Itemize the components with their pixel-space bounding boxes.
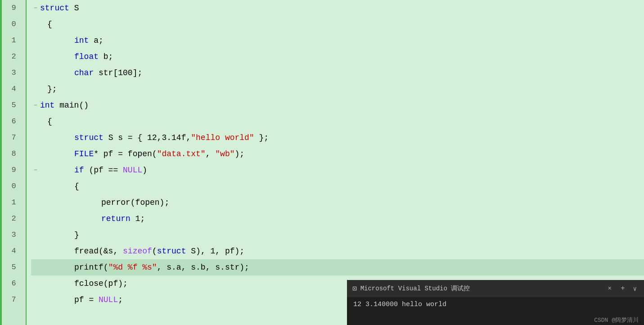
str-hello-world: "hello world": [191, 130, 254, 146]
plain-S2: S s = { 12,3.14f,: [108, 130, 191, 146]
fold-gutter-1[interactable]: −: [31, 0, 40, 16]
plain-close-struct: };: [47, 81, 57, 97]
terminal-close-button[interactable]: ×: [605, 284, 614, 293]
str-printf-fmt: "%d %f %s": [108, 259, 157, 275]
terminal-plus-button[interactable]: +: [618, 284, 628, 293]
plain-fclose: fclose(pf);: [74, 275, 128, 292]
line-num-1b: 1: [2, 194, 26, 211]
plain-close-if: }: [74, 227, 79, 243]
plain-b: b;: [99, 49, 113, 65]
line-num-4b: 4: [2, 243, 26, 259]
kw2-null: NULL: [123, 162, 142, 178]
terminal-attribution: CSDN @阔梦清川: [594, 316, 639, 324]
plain-a: a;: [89, 32, 103, 49]
kw-if: if: [74, 162, 84, 178]
line-num-8: 8: [2, 146, 26, 162]
kw-return: return: [101, 211, 131, 227]
kw2-sizeof: sizeof: [123, 243, 152, 259]
plain-printf-args: , s.a, s.b, s.str);: [157, 259, 249, 275]
code-line-struct-s-init: struct S s = { 12,3.14f,"hello world" };: [31, 130, 644, 146]
plain-comma: ,: [206, 146, 216, 162]
plain-printf: printf(: [74, 259, 108, 275]
line-num-3b: 3: [2, 227, 26, 243]
line-num-0b: 0: [2, 178, 26, 194]
plain-if-close: ): [142, 162, 147, 178]
plain-file-pf: * pf = fopen(: [94, 146, 157, 162]
fold-gutter-main[interactable]: −: [31, 97, 40, 113]
code-area: 9 0 1 2 3 4 5 6 7 8 9 0 1 2 3 4 5 6 7 − …: [0, 0, 644, 325]
kw-file: FILE: [74, 146, 94, 162]
kw-struct-3: struct: [157, 243, 191, 259]
terminal-chevron-button[interactable]: ∨: [631, 284, 639, 293]
plain-S3: S), 1, pf);: [191, 243, 244, 259]
kw-struct-1: struct: [40, 0, 74, 16]
kw-int-main: int: [40, 97, 54, 113]
line-num-5: 5: [2, 97, 26, 113]
line-num-9b: 9: [2, 162, 26, 178]
code-line-if: − if (pf == NULL): [31, 162, 644, 178]
line-num-4: 4: [2, 81, 26, 97]
line-numbers: 9 0 1 2 3 4 5 6 7 8 9 0 1 2 3 4 5 6 7: [2, 0, 27, 325]
terminal-body: 12 3.140000 hello world: [347, 297, 644, 315]
kw-struct-2: struct: [74, 130, 108, 146]
kw2-null-2: NULL: [99, 292, 118, 308]
plain-pf-semi: ;: [118, 292, 123, 308]
plain-S: S: [74, 0, 79, 16]
plain-main: main(): [54, 97, 89, 113]
plain-semi-1: );: [235, 146, 245, 162]
fold-gutter-if[interactable]: −: [31, 162, 40, 178]
line-num-2b: 2: [2, 211, 26, 227]
line-num-3: 3: [2, 65, 26, 81]
line-num-5b: 5: [2, 259, 26, 275]
code-line-struct-s: − struct S: [31, 0, 644, 16]
code-line-close-struct: };: [31, 81, 644, 97]
code-line-char-str: char str[100];: [31, 65, 644, 81]
plain-brace-if: {: [74, 178, 79, 194]
code-line-float-b: float b;: [31, 49, 644, 65]
plain-pf-eq: pf =: [74, 292, 99, 308]
terminal-icon: ⊡: [352, 284, 357, 293]
plain-perror: perror(fopen);: [101, 194, 169, 211]
line-num-2: 2: [2, 49, 26, 65]
kw-float: float: [74, 49, 99, 65]
kw-int: int: [74, 32, 89, 49]
code-line-open-brace-main: {: [31, 113, 644, 130]
code-content: − struct S { int a; float b;: [27, 0, 644, 325]
plain-brace-main: {: [47, 113, 52, 130]
code-line-fread: fread(&s, sizeof(struct S), 1, pf);: [31, 243, 644, 259]
plain-brace-1: {: [47, 16, 52, 32]
code-line-int-main: − int main(): [31, 97, 644, 113]
line-num-6b: 6: [2, 275, 26, 292]
code-line-close-if: }: [31, 227, 644, 243]
code-line-file-fopen: FILE* pf = fopen("data.txt", "wb");: [31, 146, 644, 162]
code-line-printf: printf("%d %f %s", s.a, s.b, s.str);: [31, 259, 644, 275]
line-num-6: 6: [2, 113, 26, 130]
line-num-1: 1: [2, 32, 26, 49]
kw-char: char: [74, 65, 94, 81]
line-num-7: 7: [2, 130, 26, 146]
terminal-output: 12 3.140000 hello world: [353, 301, 638, 308]
plain-fread: fread(&s,: [74, 243, 123, 259]
plain-if-pf: (pf ==: [84, 162, 123, 178]
code-line-perror: perror(fopen);: [31, 194, 644, 211]
plain-close-init: };: [254, 130, 269, 146]
code-line-open-brace-if: {: [31, 178, 644, 194]
line-num-9: 9: [2, 0, 26, 16]
terminal-panel: ⊡ Microsoft Visual Studio 调试控 × + ∨ 12 3…: [347, 280, 644, 325]
str-wb: "wb": [215, 146, 234, 162]
line-num-0a: 0: [2, 16, 26, 32]
terminal-footer: CSDN @阔梦清川: [347, 315, 644, 325]
code-line-int-a: int a;: [31, 32, 644, 49]
plain-sizeof-struct: (: [152, 243, 157, 259]
plain-return-1: 1;: [131, 211, 145, 227]
terminal-title: Microsoft Visual Studio 调试控: [360, 284, 602, 293]
terminal-header: ⊡ Microsoft Visual Studio 调试控 × + ∨: [347, 280, 644, 297]
str-data-txt: "data.txt": [157, 146, 206, 162]
plain-str: str[100];: [94, 65, 142, 81]
code-line-return: return 1;: [31, 211, 644, 227]
code-line-open-brace-1: {: [31, 16, 644, 32]
line-num-7b: 7: [2, 292, 26, 308]
code-editor: 9 0 1 2 3 4 5 6 7 8 9 0 1 2 3 4 5 6 7 − …: [0, 0, 644, 325]
